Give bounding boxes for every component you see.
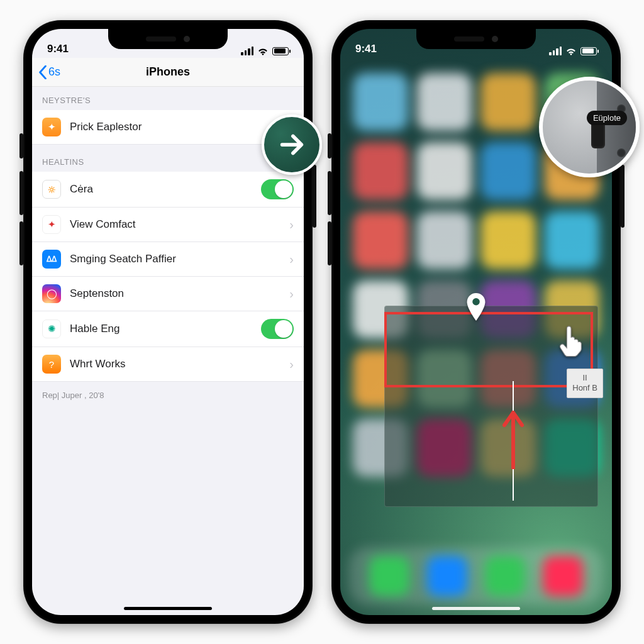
tooltip-line1: II (572, 373, 597, 383)
app-icon[interactable] (353, 142, 408, 200)
dock-phone-icon[interactable] (369, 556, 409, 596)
app-icon[interactable] (480, 73, 536, 131)
app-icon[interactable] (480, 211, 536, 269)
screen-left: 9:41 6s iPhones NEYSTRE'S ✦ Prick Eaples… (32, 29, 304, 615)
dock-messages-icon[interactable] (485, 556, 525, 596)
app-icon[interactable] (480, 142, 536, 200)
health-icon: 🔆 (42, 180, 61, 199)
toggle-cera[interactable] (261, 179, 294, 199)
cellular-icon (549, 47, 562, 55)
phone-right: 9:41 (331, 20, 621, 624)
tooltip-line2: Honf B (572, 383, 597, 393)
instagram-icon: ◯ (42, 284, 61, 303)
map-pin-icon (465, 293, 487, 321)
dock-music-icon[interactable] (543, 556, 583, 596)
page-title: iPhones (146, 65, 190, 79)
status-icons (241, 47, 289, 55)
gesture-tooltip: II Honf B (567, 369, 603, 398)
home-indicator[interactable] (432, 607, 520, 610)
chevron-right-icon: › (289, 357, 294, 372)
notch (108, 29, 228, 49)
side-power-button[interactable] (313, 165, 316, 228)
section-header-1: NEYSTRE'S (32, 87, 304, 110)
status-time: 9:41 (47, 43, 69, 55)
chevron-right-icon: › (289, 218, 294, 232)
app-icon[interactable] (417, 211, 472, 269)
back-label: 6s (48, 65, 60, 79)
volume-up-button[interactable] (19, 171, 23, 215)
tap-hand-icon (557, 325, 586, 358)
battery-icon (580, 47, 597, 55)
app-icon-orange: ✦ (42, 118, 61, 136)
mute-switch[interactable] (328, 133, 331, 158)
swipe-up-arrow-icon (501, 406, 525, 472)
row-label: Cėra (70, 183, 261, 196)
orange-q-icon: ? (42, 355, 61, 374)
app-icon[interactable] (417, 73, 472, 131)
row-hable-eng[interactable]: ✺ Hable Eng (32, 311, 304, 347)
dock[interactable] (349, 547, 603, 605)
volume-down-button[interactable] (19, 221, 23, 265)
nav-bar: 6s iPhones (32, 58, 304, 87)
mute-switch[interactable] (19, 133, 23, 158)
volume-down-button[interactable] (328, 221, 331, 265)
status-time: 9:41 (355, 43, 377, 55)
side-button-callout: Eüplote (539, 77, 640, 177)
row-label: Smging Seatch Paffier (70, 253, 289, 265)
app-icon[interactable] (545, 211, 600, 269)
burst-icon: ✺ (42, 319, 61, 338)
row-label: Hable Eng (70, 323, 261, 335)
footer-note: Rep| Juper , 20'8 (32, 382, 304, 409)
chevron-right-icon: › (289, 252, 294, 267)
svg-point-0 (472, 298, 480, 306)
row-label: Whrt Works (70, 358, 289, 370)
back-button[interactable]: 6s (38, 65, 60, 79)
app-icon[interactable] (353, 211, 408, 269)
notch (416, 29, 536, 49)
row-septenston[interactable]: ◯ Septenston › (32, 277, 304, 311)
row-view-comfact[interactable]: ✦ View Comfact › (32, 208, 304, 242)
home-indicator[interactable] (124, 607, 212, 610)
side-power-button[interactable] (621, 165, 625, 228)
dock-safari-icon[interactable] (427, 556, 467, 596)
phone-left: 9:41 6s iPhones NEYSTRE'S ✦ Prick Eaples… (23, 20, 313, 624)
status-icons (549, 47, 597, 55)
app-icon[interactable] (417, 142, 472, 200)
row-label: Prick Eaplestor (70, 121, 294, 133)
arrow-right-icon (277, 130, 306, 159)
callout-label: Eüplote (587, 111, 627, 125)
toggle-hable[interactable] (261, 319, 294, 339)
row-whrt-works[interactable]: ? Whrt Works › (32, 347, 304, 382)
wifi-icon (565, 47, 577, 55)
row-label: Septenston (70, 287, 289, 300)
step-arrow-badge (262, 114, 322, 175)
app-icon[interactable] (353, 73, 408, 131)
row-smging[interactable]: ᐃᐃ Smging Seatch Paffier › (32, 242, 304, 277)
row-label: View Comfact (70, 218, 289, 231)
star-icon: ✦ (42, 215, 61, 234)
cellular-icon (241, 47, 253, 55)
battery-icon (272, 47, 289, 55)
wifi-icon (257, 47, 269, 55)
row-cera[interactable]: 🔆 Cėra (32, 172, 304, 208)
blue-icon: ᐃᐃ (42, 250, 61, 269)
chevron-right-icon: › (289, 287, 294, 301)
volume-up-button[interactable] (328, 171, 331, 215)
